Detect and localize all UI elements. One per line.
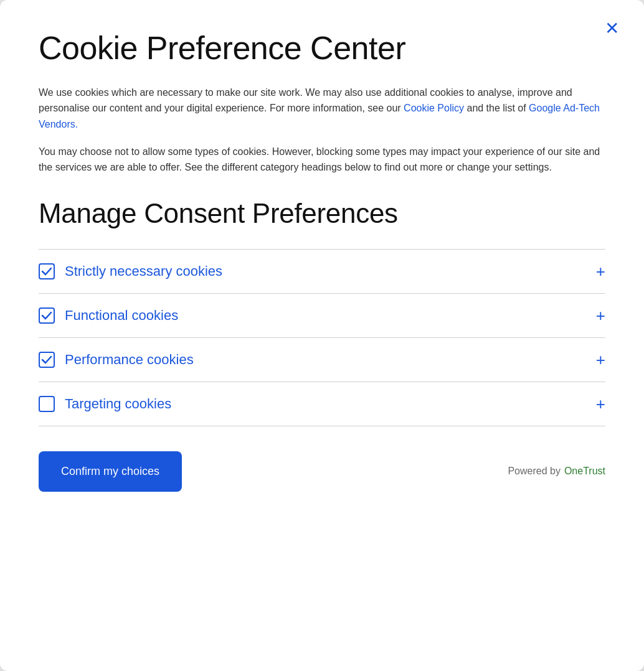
expand-icon-strictly-necessary[interactable]: + bbox=[596, 263, 605, 279]
footer-area: Confirm my choices Powered by OneTrust bbox=[39, 451, 605, 492]
cookie-item-functional[interactable]: Functional cookies + bbox=[39, 293, 605, 337]
cookie-item-left: Strictly necessary cookies bbox=[39, 263, 222, 279]
intro-paragraph-2: You may choose not to allow some types o… bbox=[39, 144, 605, 176]
onetrust-brand: OneTrust bbox=[564, 466, 605, 477]
confirm-my-choices-button[interactable]: Confirm my choices bbox=[39, 451, 182, 492]
page-title: Cookie Preference Center bbox=[39, 30, 605, 67]
svg-rect-3 bbox=[39, 396, 54, 411]
close-icon: ✕ bbox=[605, 20, 619, 37]
checkbox-performance[interactable] bbox=[39, 352, 55, 368]
cookie-label-strictly-necessary: Strictly necessary cookies bbox=[65, 263, 222, 279]
cookie-preference-modal: ✕ Cookie Preference Center We use cookie… bbox=[0, 0, 644, 671]
powered-by: Powered by OneTrust bbox=[508, 466, 605, 477]
checkbox-functional[interactable] bbox=[39, 307, 55, 324]
close-button[interactable]: ✕ bbox=[602, 17, 622, 40]
svg-rect-1 bbox=[39, 308, 54, 323]
cookie-label-functional: Functional cookies bbox=[65, 307, 178, 324]
expand-icon-functional[interactable]: + bbox=[596, 307, 605, 324]
cookie-label-targeting: Targeting cookies bbox=[65, 396, 171, 412]
cookie-list: Strictly necessary cookies + Functional … bbox=[39, 249, 605, 426]
expand-icon-targeting[interactable]: + bbox=[596, 396, 605, 412]
cookie-item-left-performance: Performance cookies bbox=[39, 352, 194, 368]
cookie-item-strictly-necessary[interactable]: Strictly necessary cookies + bbox=[39, 249, 605, 293]
svg-rect-2 bbox=[39, 352, 54, 367]
svg-rect-0 bbox=[39, 264, 54, 279]
cookie-label-performance: Performance cookies bbox=[65, 352, 194, 368]
intro-paragraph-1: We use cookies which are necessary to ma… bbox=[39, 85, 605, 133]
checkbox-strictly-necessary[interactable] bbox=[39, 263, 55, 279]
expand-icon-performance[interactable]: + bbox=[596, 352, 605, 368]
section-title: Manage Consent Preferences bbox=[39, 198, 605, 229]
checkbox-targeting[interactable] bbox=[39, 396, 55, 412]
cookie-item-performance[interactable]: Performance cookies + bbox=[39, 337, 605, 382]
cookie-item-targeting[interactable]: Targeting cookies + bbox=[39, 382, 605, 426]
cookie-item-left-targeting: Targeting cookies bbox=[39, 396, 171, 412]
cookie-policy-link[interactable]: Cookie Policy bbox=[404, 103, 464, 113]
powered-by-prefix: Powered by bbox=[508, 466, 561, 477]
cookie-item-left-functional: Functional cookies bbox=[39, 307, 178, 324]
